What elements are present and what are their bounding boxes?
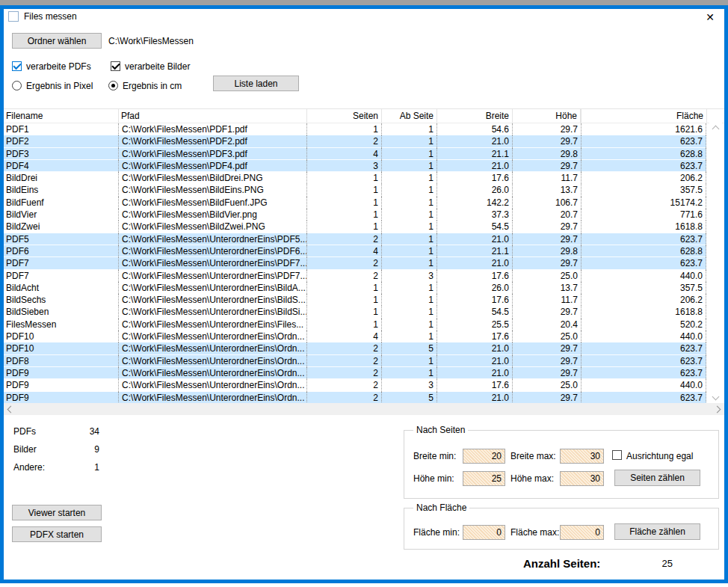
scroll-up-icon[interactable] xyxy=(712,126,720,133)
table-row[interactable]: PDF9C:\Work\FilesMessen\UnterordnerEins\… xyxy=(4,392,706,404)
table-row[interactable]: BildSechsC:\Work\FilesMessen\Unterordner… xyxy=(4,294,706,306)
cell-flaeche: 440.0 xyxy=(581,331,706,342)
scroll-down-icon[interactable] xyxy=(712,393,720,401)
close-button[interactable]: ✕ xyxy=(699,9,721,25)
checkbox-verarbeite-pdfs[interactable] xyxy=(12,61,22,71)
flaeche-max-input[interactable] xyxy=(560,525,604,540)
cell-ab_seite: 1 xyxy=(381,282,437,294)
table-row[interactable]: BildZweiC:\Work\FilesMessen\BildZwei.PNG… xyxy=(4,221,706,233)
hoehe-min-label: Höhe min: xyxy=(413,473,454,484)
flaeche-min-input[interactable] xyxy=(463,525,505,540)
table-row[interactable]: PDF10C:\Work\FilesMessen\UnterordnerEins… xyxy=(4,342,706,354)
cell-seiten: 1 xyxy=(306,282,381,294)
flaeche-zaehlen-button[interactable]: Fläche zählen xyxy=(614,523,700,540)
stat-andere-label: Andere: xyxy=(13,462,45,473)
cell-hoehe: 29.7 xyxy=(512,160,581,172)
column-header-ab-seite[interactable]: Ab Seite xyxy=(381,109,437,123)
column-header-seiten[interactable]: Seiten xyxy=(306,109,381,123)
checkbox-ausrichtung-egal[interactable] xyxy=(612,450,622,460)
cell-hoehe: 29.7 xyxy=(512,367,581,379)
cell-pfad: C:\Work\FilesMessen\BildZwei.PNG xyxy=(118,221,306,233)
cell-breite: 21.0 xyxy=(437,135,512,147)
cell-hoehe: 13.7 xyxy=(512,282,581,294)
check-icon xyxy=(111,61,120,69)
cell-flaeche: 623.7 xyxy=(581,135,706,147)
table-row[interactable]: PDF8C:\Work\FilesMessen\UnterordnerEins\… xyxy=(4,355,706,367)
cell-hoehe: 29.8 xyxy=(512,245,581,257)
cell-filename: PDF1 xyxy=(4,123,118,135)
cell-filename: BildDrei xyxy=(4,172,118,184)
table-row[interactable]: PDF7C:\Work\FilesMessen\UnterordnerEins\… xyxy=(4,257,706,269)
cell-ab_seite: 1 xyxy=(381,135,437,147)
load-list-button[interactable]: Liste laden xyxy=(213,76,299,91)
desktop-edge-strip xyxy=(0,0,728,5)
cell-filename: BildSieben xyxy=(4,306,118,318)
stat-bilder-value: 9 xyxy=(94,444,99,455)
table-row[interactable]: BildEinsC:\Work\FilesMessen\BildEins.PNG… xyxy=(4,184,706,196)
table-row[interactable]: BildVierC:\Work\FilesMessen\BildVier.png… xyxy=(4,209,706,221)
cell-flaeche: 357.5 xyxy=(581,184,706,196)
table-row[interactable]: FilesMessenC:\Work\FilesMessen\Unterordn… xyxy=(4,319,706,331)
table-row[interactable]: PDF6C:\Work\FilesMessen\UnterordnerEins\… xyxy=(4,245,706,257)
viewer-start-button[interactable]: Viewer starten xyxy=(12,505,102,520)
seiten-zaehlen-button[interactable]: Seiten zählen xyxy=(614,470,700,486)
checkbox-verarbeite-bilder[interactable] xyxy=(111,61,120,71)
cell-filename: PDF6 xyxy=(4,245,118,257)
file-table: Filename Pfad Seiten Ab Seite Breite Höh… xyxy=(4,108,724,404)
table-row[interactable]: PDF9C:\Work\FilesMessen\UnterordnerEins\… xyxy=(4,379,706,391)
table-row[interactable]: PDF1C:\Work\FilesMessen\PDF1.pdf1154.629… xyxy=(4,123,706,135)
breite-max-input[interactable] xyxy=(560,449,604,464)
nach-seiten-title: Nach Seiten xyxy=(413,425,468,435)
cell-flaeche: 771.6 xyxy=(581,209,706,221)
table-row[interactable]: PDF9C:\Work\FilesMessen\UnterordnerEins\… xyxy=(4,367,706,379)
cell-pfad: C:\Work\FilesMessen\UnterordnerEins\Bild… xyxy=(118,306,306,318)
pdfx-start-button[interactable]: PDFX starten xyxy=(12,526,102,542)
cell-ab_seite: 1 xyxy=(381,233,437,245)
vertical-scrollbar[interactable] xyxy=(709,123,722,403)
table-row[interactable]: PDF5C:\Work\FilesMessen\UnterordnerEins\… xyxy=(4,233,706,245)
table-row[interactable]: PDF7C:\Work\FilesMessen\UnterordnerEins\… xyxy=(4,270,706,282)
cell-flaeche: 1618.8 xyxy=(581,221,706,233)
table-row[interactable]: PDF3C:\Work\FilesMessen\PDF3.pdf4121.129… xyxy=(4,148,706,160)
cell-filename: BildZwei xyxy=(4,221,118,233)
cell-breite: 26.0 xyxy=(437,282,512,294)
horizontal-scrollbar[interactable] xyxy=(4,403,724,415)
cell-seiten: 1 xyxy=(306,294,381,306)
cell-seiten: 1 xyxy=(306,197,381,209)
hoehe-min-input[interactable] xyxy=(463,471,505,486)
cell-ab_seite: 1 xyxy=(381,306,437,318)
table-row[interactable]: PDF10C:\Work\FilesMessen\UnterordnerEins… xyxy=(4,331,706,342)
radio-ergebnis-pixel[interactable] xyxy=(12,81,22,90)
radio-dot-icon xyxy=(111,84,115,87)
cell-seiten: 2 xyxy=(306,379,381,391)
breite-min-input[interactable] xyxy=(463,449,505,464)
cell-flaeche: 440.0 xyxy=(581,270,706,282)
cell-breite: 17.6 xyxy=(437,270,512,282)
hoehe-max-input[interactable] xyxy=(560,471,604,486)
radio-ergebnis-cm-label: Ergebnis in cm xyxy=(123,81,182,91)
cell-pfad: C:\Work\FilesMessen\UnterordnerEins\Bild… xyxy=(118,282,306,294)
column-header-flaeche[interactable]: Fläche xyxy=(581,109,706,123)
column-header-breite[interactable]: Breite xyxy=(437,109,512,123)
cell-filename: PDF3 xyxy=(4,148,118,160)
cell-hoehe: 29.7 xyxy=(512,306,581,318)
choose-folder-button[interactable]: Ordner wählen xyxy=(12,33,102,49)
stat-pdfs: PDFs 34 xyxy=(13,426,99,437)
table-row[interactable]: BildFuenfC:\Work\FilesMessen\BildFuenf.J… xyxy=(4,197,706,209)
table-row[interactable]: PDF2C:\Work\FilesMessen\PDF2.pdf2121.029… xyxy=(4,135,706,147)
column-header-pfad[interactable]: Pfad xyxy=(118,109,306,123)
cell-hoehe: 29.7 xyxy=(512,342,581,354)
cell-flaeche: 623.7 xyxy=(581,160,706,172)
scroll-left-icon[interactable] xyxy=(7,406,15,414)
column-header-hoehe[interactable]: Höhe xyxy=(512,109,581,123)
radio-ergebnis-cm[interactable] xyxy=(108,81,118,90)
cell-pfad: C:\Work\FilesMessen\PDF1.pdf xyxy=(118,123,306,135)
table-row[interactable]: BildAchtC:\Work\FilesMessen\UnterordnerE… xyxy=(4,282,706,294)
column-header-filename[interactable]: Filename xyxy=(4,109,118,123)
cell-breite: 21.0 xyxy=(437,392,512,404)
table-row[interactable]: PDF4C:\Work\FilesMessen\PDF4.pdf3121.029… xyxy=(4,160,706,172)
scroll-right-icon[interactable] xyxy=(714,406,721,414)
table-row[interactable]: BildSiebenC:\Work\FilesMessen\Unterordne… xyxy=(4,306,706,318)
cell-breite: 21.0 xyxy=(437,233,512,245)
table-row[interactable]: BildDreiC:\Work\FilesMessen\BildDrei.PNG… xyxy=(4,172,706,184)
